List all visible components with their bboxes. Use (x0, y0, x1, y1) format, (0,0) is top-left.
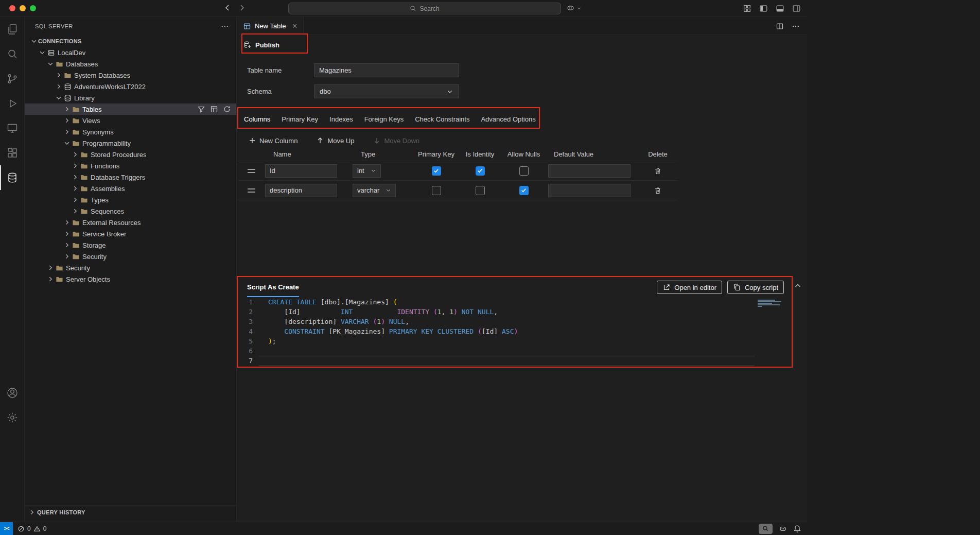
code-line-1[interactable]: 1CREATE TABLE [dbo].[Magazines] ( (238, 297, 792, 307)
tree-item-programmability[interactable]: Programmability (25, 137, 236, 149)
problems-indicator[interactable]: 0 0 (13, 525, 46, 532)
move-up-button[interactable]: Move Up (316, 136, 354, 145)
table-design-icon[interactable] (210, 105, 218, 113)
default-value-input[interactable] (548, 164, 631, 178)
notifications-bell-icon[interactable] (793, 525, 801, 533)
schema-select[interactable]: dbo (314, 84, 459, 98)
activity-item-account[interactable] (0, 381, 25, 405)
code-line-6[interactable]: 6 (238, 346, 792, 356)
panel-left-icon[interactable] (759, 4, 768, 13)
script-code-editor[interactable]: 1CREATE TABLE [dbo].[Magazines] (2 [Id] … (238, 297, 792, 367)
activity-item-settings[interactable] (0, 405, 25, 430)
is-identity-checkbox[interactable] (476, 186, 485, 195)
maximize-window-button[interactable] (30, 5, 36, 11)
tree-item-database-triggers[interactable]: Database Triggers (25, 171, 236, 183)
designer-tab-check-constraints[interactable]: Check Constraints (409, 110, 475, 129)
tree-item-connections[interactable]: CONNECTIONS (25, 36, 236, 47)
split-editor-icon[interactable] (776, 22, 784, 30)
designer-tab-foreign-keys[interactable]: Foreign Keys (359, 110, 410, 129)
tree-item-types[interactable]: Types (25, 194, 236, 205)
column-name-input[interactable] (265, 164, 337, 178)
allow-nulls-checkbox[interactable] (519, 166, 529, 176)
tree-item-synonyms[interactable]: Synonyms (25, 126, 236, 137)
tree-item-service-broker[interactable]: Service Broker (25, 228, 236, 239)
activity-item-search[interactable] (0, 42, 25, 66)
column-type-select[interactable]: varchar (353, 184, 396, 197)
query-history-section[interactable]: QUERY HISTORY (25, 505, 236, 519)
tree-item-localdev[interactable]: LocalDev (25, 47, 236, 58)
primary-key-checkbox[interactable] (432, 186, 441, 195)
filter-icon[interactable] (197, 105, 205, 113)
close-window-button[interactable] (9, 5, 15, 11)
column-type-select[interactable]: int (353, 164, 381, 178)
tree-item-label: AdventureWorksLT2022 (74, 83, 146, 91)
remote-indicator[interactable]: >< (0, 522, 13, 535)
command-center-search[interactable]: Search (288, 3, 561, 14)
activity-item-explorer[interactable] (0, 17, 25, 42)
tree-item-databases[interactable]: Databases (25, 58, 236, 70)
drag-handle-icon[interactable] (248, 188, 255, 193)
designer-tab-primary-key[interactable]: Primary Key (276, 110, 324, 129)
tree-item-functions[interactable]: Functions (25, 160, 236, 171)
tree-item-system-databases[interactable]: System Databases (25, 70, 236, 81)
default-value-input[interactable] (548, 184, 631, 197)
tree-item-sequences[interactable]: Sequences (25, 205, 236, 217)
open-in-editor-button[interactable]: Open in editor (657, 281, 722, 294)
designer-tab-advanced-options[interactable]: Advanced Options (475, 110, 541, 129)
code-line-3[interactable]: 3 [description] VARCHAR (1) NULL, (238, 317, 792, 326)
tree-item-assemblies[interactable]: Assemblies (25, 183, 236, 194)
copilot-menu[interactable] (566, 4, 582, 12)
activity-item-sql-server[interactable] (0, 165, 25, 190)
tree-item-server-objects[interactable]: Server Objects (25, 273, 236, 285)
activity-item-extensions[interactable] (0, 141, 25, 165)
delete-column-button[interactable] (654, 167, 662, 175)
column-name-input[interactable] (265, 184, 337, 197)
refresh-icon[interactable] (223, 105, 231, 113)
tree-item-adventureworkslt2022[interactable]: AdventureWorksLT2022 (25, 81, 236, 92)
activity-item-source-control[interactable] (0, 66, 25, 91)
activity-item-run-debug[interactable] (0, 91, 25, 116)
code-line-4[interactable]: 4 CONSTRAINT [PK_Magazines] PRIMARY KEY … (238, 326, 792, 336)
script-as-create-tab[interactable]: Script As Create (247, 278, 299, 297)
tab-new-table[interactable]: New Table (237, 17, 304, 35)
new-column-button[interactable]: New Column (248, 136, 297, 145)
drag-handle-icon[interactable] (248, 169, 255, 173)
chevron-right-icon (55, 72, 63, 79)
minimize-window-button[interactable] (20, 5, 26, 11)
primary-key-checkbox[interactable] (432, 166, 441, 176)
delete-column-button[interactable] (654, 186, 662, 195)
tree-item-security[interactable]: Security (25, 251, 236, 262)
customize-layout-icon[interactable] (743, 4, 751, 13)
tree-item-external-resources[interactable]: External Resources (25, 217, 236, 228)
zoom-indicator[interactable] (759, 524, 773, 534)
tree-item-stored-procedures[interactable]: Stored Procedures (25, 149, 236, 160)
tree-item-security[interactable]: Security (25, 262, 236, 273)
copy-script-button[interactable]: Copy script (727, 281, 784, 294)
tree-item-storage[interactable]: Storage (25, 239, 236, 251)
code-line-5[interactable]: 5); (238, 336, 792, 346)
is-identity-checkbox[interactable] (476, 166, 485, 176)
sidebar-more-actions-icon[interactable]: ⋯ (221, 22, 229, 31)
panel-bottom-icon[interactable] (776, 4, 784, 13)
tree-item-views[interactable]: Views (25, 115, 236, 126)
copilot-status-icon[interactable] (779, 525, 787, 533)
publish-button[interactable]: Publish (243, 37, 279, 53)
code-line-2[interactable]: 2 [Id] INT IDENTITY (1, 1) NOT NULL, (238, 307, 792, 317)
allow-nulls-checkbox[interactable] (519, 186, 529, 195)
designer-tab-columns[interactable]: Columns (238, 110, 276, 129)
designer-tab-indexes[interactable]: Indexes (324, 110, 359, 129)
close-tab-icon[interactable] (291, 23, 298, 29)
tree-item-tables[interactable]: Tables (25, 103, 236, 115)
code-line-7[interactable]: 7 (238, 356, 792, 366)
collapse-panel-icon[interactable] (794, 282, 802, 290)
more-actions-icon[interactable] (792, 22, 800, 30)
activity-item-remote-explorer[interactable] (0, 116, 25, 141)
tree-item-label: Tables (82, 106, 102, 113)
copy-icon (733, 283, 741, 291)
navigate-forward-icon[interactable] (238, 4, 246, 12)
panel-right-icon[interactable] (792, 4, 801, 13)
tree-item-library[interactable]: Library (25, 92, 236, 103)
table-name-input[interactable] (314, 63, 459, 77)
navigate-back-icon[interactable] (223, 4, 232, 12)
move-down-button[interactable]: Move Down (373, 136, 419, 145)
